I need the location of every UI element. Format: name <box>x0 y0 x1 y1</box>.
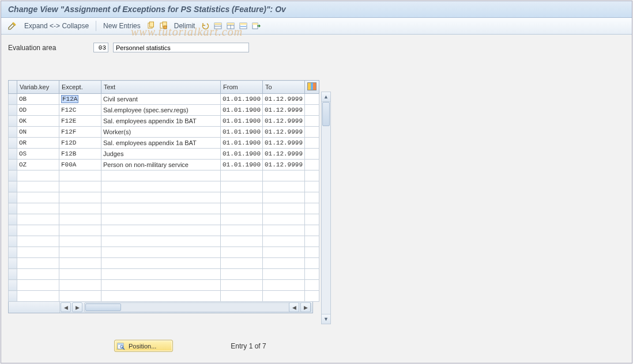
cell-to[interactable] <box>263 225 305 236</box>
col-header-from[interactable]: From <box>221 81 263 94</box>
cell-except[interactable]: F12D <box>59 138 101 149</box>
cell-text[interactable] <box>101 280 221 291</box>
cell-to[interactable] <box>263 258 305 269</box>
cell-except[interactable] <box>59 203 101 214</box>
cell-to[interactable] <box>263 236 305 247</box>
cell-vkey[interactable] <box>17 170 59 181</box>
cell-vkey[interactable]: OR <box>17 138 59 149</box>
table-row[interactable] <box>9 269 319 280</box>
cell-vkey[interactable]: OD <box>17 105 59 116</box>
cell-from[interactable] <box>221 170 263 181</box>
row-handle[interactable] <box>9 280 17 291</box>
cell-vkey[interactable] <box>17 280 59 291</box>
cell-vkey[interactable]: OS <box>17 149 59 160</box>
cell-from[interactable] <box>221 192 263 203</box>
cell-to[interactable]: 01.12.9999 <box>263 105 305 116</box>
cell-from[interactable]: 01.01.1900 <box>221 94 263 105</box>
cell-to[interactable] <box>263 247 305 258</box>
cell-vkey[interactable] <box>17 258 59 269</box>
row-handle[interactable] <box>9 203 17 214</box>
cell-text[interactable] <box>101 170 221 181</box>
delimit-button[interactable]: Delimit <box>171 21 199 31</box>
cell-except[interactable] <box>59 269 101 280</box>
row-handle[interactable] <box>9 236 17 247</box>
hscroll-right2-button[interactable]: ▶ <box>300 302 311 312</box>
scroll-up-button[interactable]: ▲ <box>322 92 330 102</box>
cell-text[interactable]: Worker(s) <box>101 127 221 138</box>
cell-text[interactable] <box>101 181 221 192</box>
table-row[interactable] <box>9 181 319 192</box>
cell-text[interactable] <box>101 247 221 258</box>
vertical-scrollbar[interactable]: ▲ ▼ <box>321 92 331 324</box>
cell-to[interactable] <box>263 203 305 214</box>
table-row[interactable] <box>9 258 319 269</box>
table-row[interactable] <box>9 214 319 225</box>
row-handle[interactable] <box>9 138 17 149</box>
table-row[interactable]: ORF12DSal. employees appendix 1a BAT01.0… <box>9 138 319 149</box>
cell-vkey[interactable]: OZ <box>17 160 59 170</box>
cell-text[interactable] <box>101 236 221 247</box>
row-handle[interactable] <box>9 170 17 181</box>
cell-to[interactable] <box>263 170 305 181</box>
cell-vkey[interactable]: OB <box>17 94 59 105</box>
cell-except[interactable] <box>59 258 101 269</box>
position-button[interactable]: Position... <box>114 340 173 352</box>
col-header-text[interactable]: Text <box>101 81 221 94</box>
edit-icon[interactable] <box>7 21 17 31</box>
table2-icon[interactable] <box>225 21 236 31</box>
copy-icon[interactable] <box>146 21 156 31</box>
row-handle[interactable] <box>9 181 17 192</box>
cell-to[interactable] <box>263 291 305 302</box>
cell-text[interactable] <box>101 269 221 280</box>
cell-from[interactable]: 01.01.1900 <box>221 105 263 116</box>
hscroll-thumb[interactable] <box>85 304 121 311</box>
cell-to[interactable]: 01.12.9999 <box>263 138 305 149</box>
cell-from[interactable] <box>221 181 263 192</box>
cell-except[interactable] <box>59 225 101 236</box>
cell-text[interactable]: Sal.employee (spec.serv.regs) <box>101 105 221 116</box>
hscroll-left2-button[interactable]: ◀ <box>289 302 299 312</box>
scroll-down-button[interactable]: ▼ <box>322 314 330 324</box>
row-handle[interactable] <box>9 247 17 258</box>
cell-from[interactable] <box>221 203 263 214</box>
table-row[interactable] <box>9 291 319 302</box>
cell-text[interactable]: Judges <box>101 149 221 160</box>
cell-except[interactable] <box>59 247 101 258</box>
cell-to[interactable] <box>263 214 305 225</box>
cell-except[interactable] <box>59 236 101 247</box>
table-row[interactable] <box>9 236 319 247</box>
cell-text[interactable] <box>101 203 221 214</box>
table-row[interactable]: OSF12BJudges01.01.190001.12.9999 <box>9 149 319 160</box>
cell-from[interactable] <box>221 269 263 280</box>
cell-to[interactable]: 01.12.9999 <box>263 94 305 105</box>
copy2-icon[interactable] <box>159 21 169 31</box>
horizontal-scrollbar[interactable]: ◀ ▶ ◀ ▶ <box>8 302 313 313</box>
cell-from[interactable] <box>221 280 263 291</box>
cell-text[interactable]: Sal. employees appendix 1a BAT <box>101 138 221 149</box>
expand-collapse-button[interactable]: Expand <-> Collapse <box>21 21 92 31</box>
cell-to[interactable] <box>263 192 305 203</box>
cell-to[interactable]: 01.12.9999 <box>263 116 305 127</box>
cell-from[interactable] <box>221 225 263 236</box>
cell-from[interactable]: 01.01.1900 <box>221 138 263 149</box>
cell-vkey[interactable] <box>17 225 59 236</box>
row-handle[interactable] <box>9 160 17 170</box>
table-row[interactable]: OBF12ACivil servant01.01.190001.12.9999 <box>9 94 319 105</box>
cell-except[interactable] <box>59 181 101 192</box>
row-handle[interactable] <box>9 127 17 138</box>
cell-from[interactable]: 01.01.1900 <box>221 127 263 138</box>
cell-except[interactable]: F12E <box>59 116 101 127</box>
table-row[interactable]: ODF12CSal.employee (spec.serv.regs)01.01… <box>9 105 319 116</box>
cell-to[interactable]: 01.12.9999 <box>263 149 305 160</box>
cell-vkey[interactable] <box>17 192 59 203</box>
cell-text[interactable]: Sal. employees appendix 1b BAT <box>101 116 221 127</box>
table-row[interactable] <box>9 170 319 181</box>
cell-to[interactable] <box>263 280 305 291</box>
cell-vkey[interactable] <box>17 247 59 258</box>
cell-except[interactable] <box>59 291 101 302</box>
new-entries-button[interactable]: New Entries <box>100 21 144 31</box>
cell-from[interactable] <box>221 214 263 225</box>
row-handle[interactable] <box>9 192 17 203</box>
cell-except[interactable] <box>59 192 101 203</box>
cell-except[interactable]: F12A <box>59 94 101 105</box>
